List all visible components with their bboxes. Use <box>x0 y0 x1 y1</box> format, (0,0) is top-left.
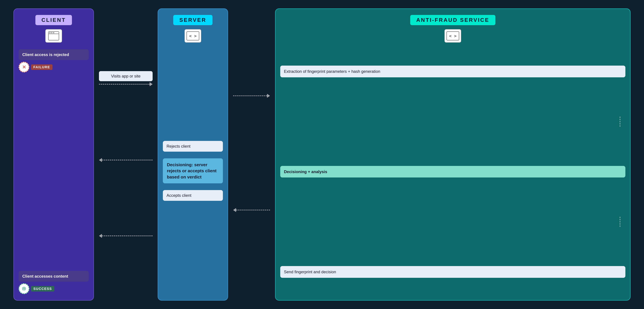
fingerprint-svg <box>21 286 27 292</box>
failure-badge-label: FAILURE <box>31 64 52 70</box>
svg-point-2 <box>49 32 50 34</box>
client-accesses-content-label: Client accesses content <box>18 271 89 282</box>
client-panel-body: Client access is rejected ✕ FAILURE Clie… <box>18 48 89 294</box>
browser-icon-box <box>45 29 62 42</box>
code-icon-af: < > <box>446 31 460 40</box>
server-to-af-arrow <box>233 94 270 98</box>
client-success-outcome: Client accesses content <box>18 271 89 294</box>
svg-text:< >: < > <box>189 34 196 38</box>
success-badge-row: SUCCESS <box>18 283 54 294</box>
af-vdash-2 <box>620 217 620 227</box>
code-icon-server: < > <box>186 31 200 40</box>
af-vdash-1 <box>620 116 620 127</box>
failure-badge-row: ✕ FAILURE <box>18 62 52 72</box>
accepts-arrow-group <box>99 234 152 238</box>
server-column: SERVER < > Rejects client Decisioning: s… <box>158 8 228 300</box>
success-icon <box>18 283 29 294</box>
browser-icon <box>48 31 60 40</box>
antifraud-icon-box: < > <box>444 29 461 42</box>
svg-point-4 <box>53 32 54 34</box>
rejects-arrow <box>99 158 152 162</box>
accepts-client-box: Accepts client <box>163 190 223 201</box>
decisioning-box: Decisioning + analysis <box>280 166 626 178</box>
send-fingerprint-box: Send fingerprint and decision <box>280 266 626 278</box>
success-badge-label: SUCCESS <box>31 286 54 292</box>
visits-arrow-group: Visits app or site <box>99 71 152 86</box>
svg-point-5 <box>24 288 24 289</box>
svg-text:< >: < > <box>449 34 456 38</box>
server-panel-body: Rejects client Decisioning: server rejec… <box>163 48 223 294</box>
visits-label: Visits app or site <box>99 71 152 81</box>
connector-left: Visits app or site <box>99 8 152 300</box>
client-header: CLIENT <box>36 15 72 25</box>
antifraud-column: ANTI-FRAUD SERVICE < > Extraction of fin… <box>275 8 630 300</box>
server-header: SERVER <box>173 15 212 25</box>
client-access-rejected-label: Client access is rejected <box>18 49 89 60</box>
client-column: CLIENT Client access is rejected <box>14 8 94 300</box>
rejects-arrow-group <box>99 158 152 162</box>
server-decision-box: Decisioning: server rejects or accepts c… <box>163 158 223 183</box>
client-rejected-outcome: Client access is rejected ✕ FAILURE <box>18 49 89 72</box>
rejects-client-box: Rejects client <box>163 141 223 152</box>
connector-right <box>233 8 270 300</box>
svg-point-3 <box>51 32 52 34</box>
af-vertical-connector <box>280 116 626 127</box>
server-icon-box: < > <box>184 29 201 42</box>
visits-arrow <box>99 82 152 86</box>
af-to-server-arrow <box>233 208 270 212</box>
flow-diagram: CLIENT Client access is rejected <box>0 0 644 309</box>
antifraud-header: ANTI-FRAUD SERVICE <box>410 15 496 25</box>
af-vertical-connector-2 <box>280 217 626 227</box>
accepts-arrow <box>99 234 152 238</box>
failure-icon: ✕ <box>18 62 29 72</box>
antifraud-panel-body: Extraction of fingerprint parameters + h… <box>280 48 626 294</box>
extraction-box: Extraction of fingerprint parameters + h… <box>280 66 626 77</box>
